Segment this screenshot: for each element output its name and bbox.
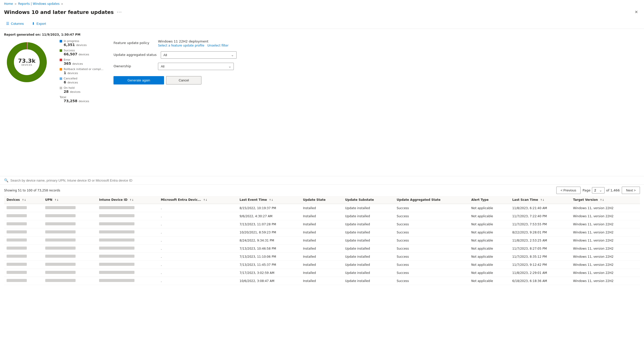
legend-rollback: Rollback initiated or compl... 1 devices [60,68,103,75]
col-entra-id[interactable]: Microsoft Entra Devic... ↑↓ [158,196,237,204]
chart-legend: In progress 6,351 devices Success 66,507… [60,39,103,103]
cell-last_scan: 11/7/2023, 8:35:12 PM [510,253,571,261]
cell-intune_id [97,245,158,253]
filter-ownership-label: Ownership [113,63,154,68]
table-body: .8/15/2022, 10:19:37 PMInstalledUpdate i… [4,204,640,285]
cell-update_state: Installed [301,253,343,261]
close-button[interactable]: ✕ [633,9,640,15]
cell-update_substate: Update installed [343,245,394,253]
col-update-substate[interactable]: Update Substate [343,196,394,204]
cell-aggregated_state: Success [394,212,469,220]
search-bar: 🔍 [0,176,644,185]
col-alert-type[interactable]: Alert Type [469,196,510,204]
table-row: .8/24/2022, 9:34:31 PMInstalledUpdate in… [4,236,640,245]
legend-value-inprogress: 6,351 devices [64,43,103,47]
col-last-scan[interactable]: Last Scan Time ↑↓ [510,196,571,204]
cell-last_scan: 11/8/2023, 2:53:25 AM [510,236,571,245]
cell-aggregated_state: Success [394,220,469,228]
col-update-state[interactable]: Update State [301,196,343,204]
select-profile-link[interactable]: Select a feature update profile [158,44,204,47]
columns-button[interactable]: ☰ Columns [4,20,26,27]
cancel-button[interactable]: Cancel [166,76,201,84]
cell-last_event: 8/15/2022, 10:19:37 PM [237,204,301,212]
cell-entra_id: . [158,277,237,285]
cell-last_event: 9/6/2022, 4:30:27 AM [237,212,301,220]
legend-label-inprogress: In progress [64,39,79,43]
filter-policy-value-group: Windows 11 22H2 deployment Select a feat… [158,39,228,47]
legend-total: Total 73,258 devices [60,96,103,103]
page-info: Page 2 of 1,466 [583,187,620,193]
cell-alert_type: Not applicable [469,236,510,245]
legend-value-error: 365 devices [64,61,103,66]
table-row: .10/6/2022, 3:08:47 AMInstalledUpdate in… [4,277,640,285]
table-row: .7/13/2023, 11:07:28 PMInstalledUpdate i… [4,220,640,228]
legend-label-onhold: On hold [64,86,75,90]
unselect-filter-link[interactable]: Unselect filter [207,44,228,47]
cell-update_state: Installed [301,220,343,228]
cell-intune_id [97,204,158,212]
table-row: .7/13/2023, 10:46:58 PMInstalledUpdate i… [4,245,640,253]
filter-aggregated-select[interactable]: All Success In progress Error On hold Ca… [161,51,237,59]
cell-intune_id [97,261,158,269]
showing-text: Showing 51 to 100 of 73,258 records [4,189,60,192]
cell-upn [43,277,97,285]
previous-button[interactable]: < Previous [556,187,581,194]
generate-again-button[interactable]: Generate again [113,76,164,84]
table-section: Showing 51 to 100 of 73,258 records < Pr… [0,185,644,349]
donut-center-sub: DEVICES [18,64,36,66]
legend-error: Error 365 devices [60,58,103,66]
table-row: .7/13/2023, 11:10:06 PMInstalledUpdate i… [4,253,640,261]
col-upn[interactable]: UPN ↑↓ [43,196,97,204]
filter-aggregated-label: Update aggregated status [113,51,156,57]
cell-last_event: 7/13/2023, 10:46:58 PM [237,245,301,253]
breadcrumb-chevron-2: > [61,3,63,5]
breadcrumb-reports[interactable]: Reports | Windows updates [18,2,60,6]
toolbar: ☰ Columns ⬇ Export [0,18,644,29]
col-intune-id[interactable]: Intune Device ID ↑↓ [97,196,158,204]
cell-upn [43,212,97,220]
col-aggregated-state[interactable]: Update Aggregated State [394,196,469,204]
search-input[interactable] [10,179,640,182]
cell-entra_id: . [158,253,237,261]
cell-update_substate: Update installed [343,212,394,220]
cell-last_event: 10/20/2021, 8:59:23 PM [237,228,301,236]
summary-section: 73.3k DEVICES In progress 6,351 devices [4,39,640,103]
legend-dot-error [60,59,62,61]
filter-policy-value: Windows 11 22H2 deployment [158,39,228,43]
cell-devices [4,269,43,277]
more-options-icon[interactable]: ··· [117,9,122,15]
cell-upn [43,253,97,261]
table-meta: Showing 51 to 100 of 73,258 records < Pr… [4,185,640,196]
breadcrumb-home[interactable]: Home [4,2,13,6]
col-last-event[interactable]: Last Event Time ↑↓ [237,196,301,204]
legend-total-label: Total [60,96,103,99]
export-button[interactable]: ⬇ Export [30,20,48,27]
legend-label-rollback: Rollback initiated or compl... [64,68,103,71]
col-devices[interactable]: Devices ↑↓ [4,196,43,204]
cell-devices [4,277,43,285]
columns-label: Columns [11,22,24,26]
filter-ownership-wrapper: All Corporate Personal [158,63,234,70]
cell-devices [4,236,43,245]
table-row: .8/15/2022, 10:19:37 PMInstalledUpdate i… [4,204,640,212]
cell-devices [4,253,43,261]
cell-target_version: Windows 11, version 22H2 [570,269,640,277]
legend-success: Success 66,507 devices [60,49,103,56]
filter-ownership-select[interactable]: All Corporate Personal [158,63,234,70]
page-label: Page [583,188,590,192]
next-button[interactable]: Next > [622,187,640,194]
action-buttons: Generate again Cancel [113,76,240,84]
donut-center-value: 73.3k [18,58,36,64]
cell-aggregated_state: Success [394,236,469,245]
col-target-version[interactable]: Target Version ↑↓ [570,196,640,204]
content-area: Report generated on: 11/9/2023, 1:30:47 … [0,29,644,176]
cell-update_substate: Update installed [343,253,394,261]
cell-update_state: Installed [301,204,343,212]
cell-alert_type: Not applicable [469,212,510,220]
cell-entra_id: . [158,212,237,220]
page-select[interactable]: 2 [592,187,605,193]
table-row: .9/6/2022, 4:30:27 AMInstalledUpdate ins… [4,212,640,220]
cell-devices [4,204,43,212]
filter-policy-label: Feature update policy [113,39,154,45]
cell-target_version: Windows 11, version 22H2 [570,220,640,228]
